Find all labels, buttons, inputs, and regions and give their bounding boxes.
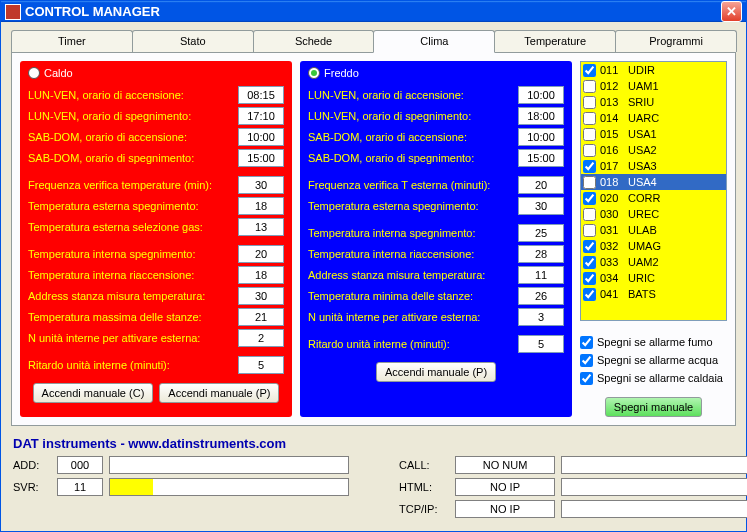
list-item[interactable]: 012UAM1	[581, 78, 726, 94]
right-column: 011UDIR012UAM1013SRIU014UARC015USA1016US…	[580, 61, 727, 417]
btn-accendi-c[interactable]: Accendi manuale (C)	[33, 383, 154, 403]
list-item[interactable]: 041BATS	[581, 286, 726, 302]
param-value[interactable]: 26	[518, 287, 564, 305]
param-value[interactable]: 25	[518, 224, 564, 242]
param-value[interactable]: 21	[238, 308, 284, 326]
list-item[interactable]: 032UMAG	[581, 238, 726, 254]
list-item[interactable]: 011UDIR	[581, 62, 726, 78]
param-value[interactable]: 2	[238, 329, 284, 347]
param-value[interactable]: 3	[518, 308, 564, 326]
param-value[interactable]: 18	[238, 266, 284, 284]
param-value[interactable]: 11	[518, 266, 564, 284]
param-row: Frequenza verifica temperature (min):30	[28, 175, 284, 195]
param-value[interactable]: 15:00	[518, 149, 564, 167]
param-value[interactable]: 30	[238, 176, 284, 194]
param-row: Ritardo unità interne (minuti):5	[308, 334, 564, 354]
btn-spegni-manuale[interactable]: Spegni manuale	[605, 397, 703, 417]
list-item-name: UAM1	[628, 80, 659, 92]
param-value[interactable]: 28	[518, 245, 564, 263]
param-value[interactable]: 5	[518, 335, 564, 353]
titlebar: CONTROL MANAGER ✕	[1, 1, 746, 22]
param-value[interactable]: 30	[238, 287, 284, 305]
alarm-checkbox[interactable]	[580, 336, 593, 349]
btn-accendi-p-freddo[interactable]: Accendi manuale (P)	[376, 362, 496, 382]
unit-listbox[interactable]: 011UDIR012UAM1013SRIU014UARC015USA1016US…	[580, 61, 727, 321]
alarm-checkbox[interactable]	[580, 372, 593, 385]
list-item-checkbox[interactable]	[583, 256, 596, 269]
param-value[interactable]: 13	[238, 218, 284, 236]
param-row: SAB-DOM, orario di accensione:10:00	[308, 127, 564, 147]
list-item-checkbox[interactable]	[583, 64, 596, 77]
param-row: Temperatura esterna selezione gas:13	[28, 217, 284, 237]
list-item-code: 031	[600, 224, 626, 236]
list-item-checkbox[interactable]	[583, 240, 596, 253]
param-row: LUN-VEN, orario di accensione:08:15	[28, 85, 284, 105]
radio-freddo[interactable]	[308, 67, 320, 79]
close-button[interactable]: ✕	[721, 1, 742, 22]
param-value[interactable]: 08:15	[238, 86, 284, 104]
add-bar	[109, 456, 349, 474]
btn-accendi-p-caldo[interactable]: Accendi manuale (P)	[159, 383, 279, 403]
list-item-name: UDIR	[628, 64, 655, 76]
list-item[interactable]: 034URIC	[581, 270, 726, 286]
alarm-label: Spegni se allarme caldaia	[597, 372, 723, 384]
param-label: N unità interne per attivare esterna:	[308, 311, 518, 323]
list-item[interactable]: 030UREC	[581, 206, 726, 222]
param-value[interactable]: 10:00	[238, 128, 284, 146]
param-value[interactable]: 17:10	[238, 107, 284, 125]
list-item[interactable]: 031ULAB	[581, 222, 726, 238]
list-item-name: CORR	[628, 192, 660, 204]
param-row: Temperatura esterna spegnimento:30	[308, 196, 564, 216]
tab-timer[interactable]: Timer	[11, 30, 133, 52]
param-row: Temperatura minima delle stanze:26	[308, 286, 564, 306]
tab-clima[interactable]: Clima	[373, 30, 495, 53]
param-value[interactable]: 10:00	[518, 128, 564, 146]
list-item[interactable]: 014UARC	[581, 110, 726, 126]
param-value[interactable]: 18	[238, 197, 284, 215]
param-value[interactable]: 20	[518, 176, 564, 194]
param-label: Temperatura interna riaccensione:	[28, 269, 238, 281]
list-item-checkbox[interactable]	[583, 80, 596, 93]
list-item[interactable]: 017USA3	[581, 158, 726, 174]
param-label: LUN-VEN, orario di spegnimento:	[308, 110, 518, 122]
param-value[interactable]: 15:00	[238, 149, 284, 167]
list-item-checkbox[interactable]	[583, 160, 596, 173]
list-item-checkbox[interactable]	[583, 176, 596, 189]
param-value[interactable]: 5	[238, 356, 284, 374]
svr-label: SVR:	[13, 481, 51, 493]
list-item[interactable]: 015USA1	[581, 126, 726, 142]
list-item[interactable]: 018USA4	[581, 174, 726, 190]
list-item-checkbox[interactable]	[583, 208, 596, 221]
list-item-checkbox[interactable]	[583, 144, 596, 157]
list-item-checkbox[interactable]	[583, 272, 596, 285]
list-item-checkbox[interactable]	[583, 112, 596, 125]
param-label: Frequenza verifica temperature (min):	[28, 179, 238, 191]
param-row: Temperatura interna spegnimento:20	[28, 244, 284, 264]
list-item[interactable]: 020CORR	[581, 190, 726, 206]
param-row: Address stanza misura temperatura:30	[28, 286, 284, 306]
param-value[interactable]: 10:00	[518, 86, 564, 104]
list-item-name: SRIU	[628, 96, 654, 108]
tab-programmi[interactable]: Programmi	[615, 30, 737, 52]
tab-schede[interactable]: Schede	[253, 30, 375, 52]
list-item-code: 032	[600, 240, 626, 252]
radio-caldo[interactable]	[28, 67, 40, 79]
param-label: Frequenza verifica T esterna (minuti):	[308, 179, 518, 191]
list-item-checkbox[interactable]	[583, 288, 596, 301]
param-label: SAB-DOM, orario di spegnimento:	[308, 152, 518, 164]
tab-temperature[interactable]: Temperature	[494, 30, 616, 52]
alarm-checkbox[interactable]	[580, 354, 593, 367]
param-label: N unità interne per attivare esterna:	[28, 332, 238, 344]
list-item-checkbox[interactable]	[583, 128, 596, 141]
list-item-checkbox[interactable]	[583, 96, 596, 109]
list-item[interactable]: 033UAM2	[581, 254, 726, 270]
list-item[interactable]: 013SRIU	[581, 94, 726, 110]
param-value[interactable]: 18:00	[518, 107, 564, 125]
param-value[interactable]: 30	[518, 197, 564, 215]
param-value[interactable]: 20	[238, 245, 284, 263]
list-item-checkbox[interactable]	[583, 192, 596, 205]
tab-stato[interactable]: Stato	[132, 30, 254, 52]
list-item[interactable]: 016USA2	[581, 142, 726, 158]
call-value: NO NUM	[455, 456, 555, 474]
list-item-checkbox[interactable]	[583, 224, 596, 237]
